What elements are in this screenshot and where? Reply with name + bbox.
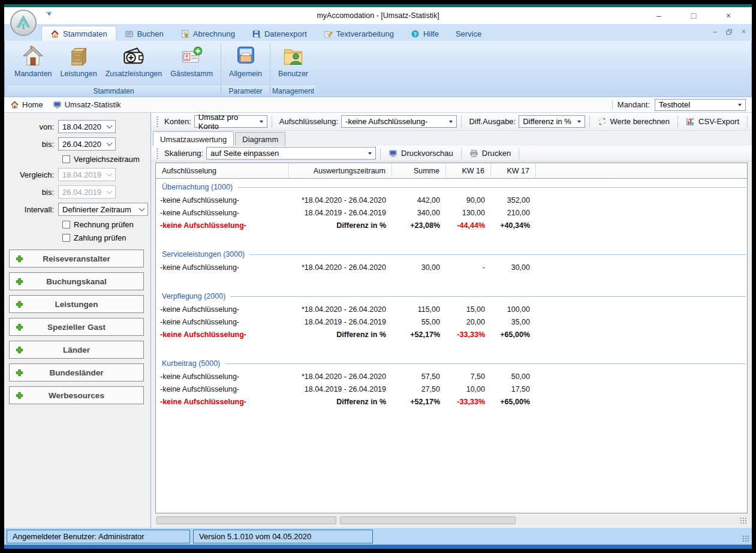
scrollbar-thumb[interactable] bbox=[156, 516, 336, 524]
tab-umsatzauswertung[interactable]: Umsatzauswertung bbox=[153, 131, 234, 146]
folder-user-icon bbox=[282, 45, 305, 68]
scrollbar-thumb[interactable] bbox=[340, 516, 516, 524]
mdi-close-button[interactable]: × bbox=[742, 28, 746, 36]
table-header-row: AufschlüsselungAuswertungszeitraumSummeK… bbox=[156, 163, 747, 179]
ribbon-button-mandanten[interactable]: Mandanten bbox=[12, 44, 55, 79]
mdi-restore-button[interactable] bbox=[726, 29, 733, 35]
resize-grip-icon[interactable] bbox=[740, 517, 746, 524]
skalierung-label: Skalierung: bbox=[164, 149, 203, 158]
chevron-down-icon bbox=[107, 170, 113, 176]
horizontal-scrollbar[interactable] bbox=[155, 515, 748, 525]
text-pen-icon bbox=[324, 29, 333, 38]
mandant-select[interactable]: Testhotel bbox=[655, 99, 746, 111]
table-cell: - bbox=[446, 263, 491, 272]
group-header: Kurbeitrag (5000) bbox=[156, 358, 747, 369]
sidebar-button-werbesources[interactable]: Werbesources bbox=[9, 386, 144, 404]
sidebar-button-label: Bundesländer bbox=[49, 368, 103, 377]
table-cell: *18.04.2020 - 26.04.2020 bbox=[289, 196, 392, 205]
device-icon bbox=[234, 45, 257, 68]
aufschluesselung-select[interactable]: -keine Aufschlüsselung- bbox=[341, 115, 457, 128]
sidebar-button-label: Buchungskanal bbox=[46, 277, 107, 286]
app-logo-icon[interactable] bbox=[10, 9, 37, 37]
zahlung-pruefen-checkbox[interactable] bbox=[62, 234, 70, 242]
vergleichszeitraum-checkbox[interactable] bbox=[62, 155, 70, 163]
ribbon-tab-strip: StammdatenBuchen€AbrechnungDatenexportTe… bbox=[4, 24, 752, 41]
maximize-button[interactable]: □ bbox=[676, 7, 711, 24]
ribbon-tab-buchen[interactable]: Buchen bbox=[116, 26, 172, 41]
table-cell: +65,00% bbox=[491, 330, 536, 339]
table-cell: 20,00 bbox=[446, 318, 491, 326]
mdi-minimize-button[interactable]: – bbox=[713, 28, 717, 36]
ribbon-button-zusatzleistungen[interactable]: Zusatzleistungen bbox=[103, 44, 165, 79]
toolbar-separator bbox=[461, 148, 462, 160]
table-cell: +23,08% bbox=[392, 221, 446, 230]
intervall-select[interactable]: Definierter Zeitraum bbox=[58, 203, 148, 216]
dropdown-arrow-icon bbox=[577, 121, 581, 123]
sidebar-button-bundeslaender[interactable]: Bundesländer bbox=[9, 363, 144, 381]
sidebar-button-leistungen[interactable]: Leistungen bbox=[9, 295, 144, 313]
breadcrumb-current[interactable]: Umsatz-Statistik bbox=[53, 100, 121, 109]
breadcrumb-home-label: Home bbox=[22, 100, 43, 109]
druckvorschau-button[interactable]: Druckvorschau bbox=[385, 148, 457, 159]
status-bar: Angemeldeter Benutzer: Administrator Ver… bbox=[4, 528, 752, 545]
sidebar-button-reiseveranstalter[interactable]: Reiseveranstalter bbox=[9, 250, 144, 268]
toolbar-grip[interactable] bbox=[156, 116, 158, 127]
ribbon-tab-service[interactable]: Service bbox=[447, 26, 490, 41]
bis-date-select[interactable]: 26.04.2020 bbox=[58, 137, 116, 151]
status-version-panel: Version 5.1.010 vom 04.05.2020 bbox=[193, 530, 373, 543]
plus-icon bbox=[15, 277, 24, 286]
plus-icon bbox=[15, 345, 24, 354]
ribbon-button-label: Zusatzleistungen bbox=[106, 70, 162, 78]
guest-card-icon bbox=[180, 45, 203, 68]
ribbon-button-gaestestamm[interactable]: Gästestamm bbox=[168, 44, 215, 79]
drucken-button[interactable]: Drucken bbox=[466, 148, 514, 159]
toolbar-grip[interactable] bbox=[156, 148, 158, 159]
ribbon-button-leistungen[interactable]: Leistungen bbox=[58, 44, 100, 79]
sidebar-button-laender[interactable]: Länder bbox=[9, 341, 144, 359]
ribbon-tab-hilfe[interactable]: ?Hilfe bbox=[402, 26, 447, 41]
table-cell: *18.04.2020 - 26.04.2020 bbox=[289, 305, 392, 314]
vergleich-date-select[interactable]: 18.04.2019 bbox=[58, 168, 116, 181]
aufschluesselung-label: Aufschlüsselung: bbox=[279, 117, 338, 126]
ribbon-tab-abrechnung[interactable]: €Abrechnung bbox=[172, 26, 243, 41]
ribbon-tab-label: Buchen bbox=[137, 29, 164, 38]
ribbon-tab-label: Textverarbeitung bbox=[336, 29, 394, 38]
konten-select[interactable]: Umsatz pro Konto bbox=[194, 115, 267, 128]
skalierung-select[interactable]: auf Seite einpassen bbox=[206, 147, 376, 160]
diff-ausgabe-select[interactable]: Differenz in % bbox=[519, 115, 585, 128]
ribbon-tab-textverarbeitung[interactable]: Textverarbeitung bbox=[315, 26, 402, 41]
ribbon-tab-datenexport[interactable]: Datenexport bbox=[243, 26, 315, 41]
diff-ausgabe-label: Diff.Ausgabe: bbox=[469, 117, 516, 126]
ribbon-tab-stammdaten[interactable]: Stammdaten bbox=[41, 26, 116, 41]
table-cell: Differenz in % bbox=[289, 221, 392, 230]
chart-export-icon bbox=[686, 117, 695, 126]
werte-berechnen-button[interactable]: Werte berechnen bbox=[594, 116, 674, 127]
breadcrumb-home[interactable]: Home bbox=[10, 100, 43, 109]
tab-diagramm[interactable]: Diagramm bbox=[235, 132, 285, 146]
svg-text:?: ? bbox=[414, 31, 417, 37]
von-date-select[interactable]: 18.04.2020 bbox=[58, 120, 116, 133]
quick-access-dropdown-icon[interactable] bbox=[46, 12, 52, 16]
minimize-button[interactable]: – bbox=[641, 7, 676, 24]
sidebar-button-label: Leistungen bbox=[55, 300, 98, 309]
table-cell: -33,33% bbox=[446, 398, 491, 406]
ribbon-button-allgemein[interactable]: Allgemein bbox=[227, 44, 264, 79]
vergleich-bis-date-select[interactable]: 26.04.2019 bbox=[58, 185, 116, 199]
window-body: myAccomodation - [Umsatz-Statistik] – □ … bbox=[4, 4, 752, 549]
ribbon-group-caption: Parameter bbox=[222, 86, 269, 97]
status-user-panel: Angemeldeter Benutzer: Administrator bbox=[7, 530, 190, 543]
sidebar-button-buchungskanal[interactable]: Buchungskanal bbox=[9, 272, 144, 290]
table-row: -keine Aufschlüsselung-18.04.2019 - 26.0… bbox=[156, 206, 747, 219]
csv-export-button[interactable]: CSV-Export bbox=[682, 116, 743, 127]
table-cell: Differenz in % bbox=[289, 398, 392, 406]
window-resize-grip-icon[interactable] bbox=[742, 535, 749, 542]
table-row: -keine Aufschlüsselung-*18.04.2020 - 26.… bbox=[156, 303, 747, 315]
sidebar-button-spezieller-gast[interactable]: Spezieller Gast bbox=[9, 318, 144, 336]
close-button[interactable]: × bbox=[711, 7, 746, 24]
rechnung-pruefen-checkbox[interactable] bbox=[62, 221, 70, 229]
table-cell: 57,50 bbox=[392, 372, 446, 381]
ribbon-button-benutzer[interactable]: Benutzer bbox=[276, 44, 311, 79]
window-bottom-accent bbox=[4, 545, 752, 549]
table-group-uebernachtung-1000: Übernachtung (1000)-keine Aufschlüsselun… bbox=[156, 182, 747, 232]
table-cell: *18.04.2020 - 26.04.2020 bbox=[289, 263, 392, 272]
